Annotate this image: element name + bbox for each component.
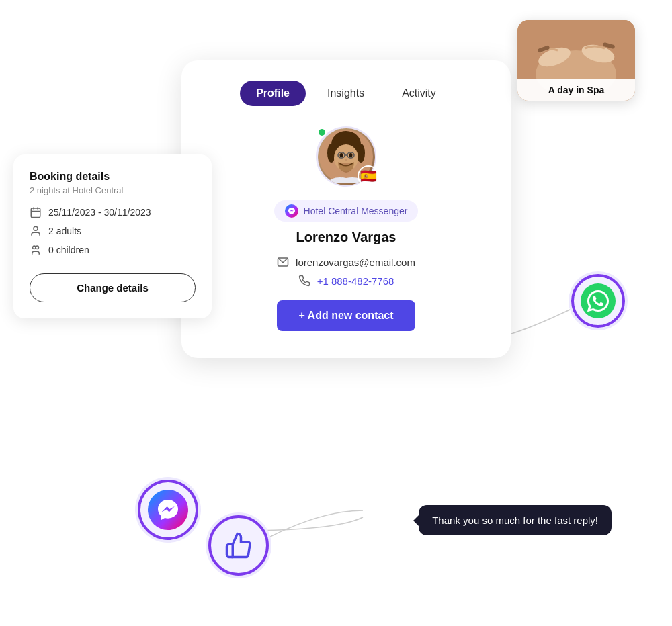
profile-card: Profile Insights Activity (181, 60, 511, 358)
source-label: Hotel Central Messenger (304, 206, 408, 216)
whatsapp-inner (581, 283, 616, 318)
avatar-section: 🇪🇸 (208, 126, 484, 187)
whatsapp-icon (587, 290, 609, 312)
booking-children-row: 0 children (30, 244, 196, 256)
booking-card: Booking details 2 nights at Hotel Centra… (13, 154, 212, 318)
tab-insights[interactable]: Insights (311, 81, 380, 106)
svg-point-5 (340, 153, 343, 157)
source-badge: Hotel Central Messenger (274, 200, 419, 222)
svg-point-6 (349, 153, 353, 157)
tab-profile[interactable]: Profile (240, 81, 306, 106)
svg-point-16 (34, 226, 38, 230)
add-contact-button[interactable]: + Add new contact (277, 300, 415, 331)
phone-icon (298, 275, 310, 287)
avatar-wrapper: 🇪🇸 (316, 126, 376, 187)
spa-label: A day in Spa (517, 79, 635, 101)
thumbsup-button[interactable] (208, 515, 269, 576)
spa-card: A day in Spa (517, 20, 635, 101)
booking-subtitle: 2 nights at Hotel Central (30, 185, 196, 195)
change-details-button[interactable]: Change details (30, 273, 196, 302)
online-indicator (317, 128, 327, 137)
messenger-badge-icon (285, 204, 298, 218)
booking-adults-row: 2 adults (30, 225, 196, 237)
profile-name: Lorenzo Vargas (208, 230, 484, 245)
email-row: lorenzovargas@email.com (208, 256, 484, 268)
booking-title: Booking details (30, 171, 196, 183)
thank-you-bubble: Thank you so much for the fast reply! (419, 505, 612, 535)
phone-link[interactable]: +1 888-482-7768 (317, 275, 394, 287)
booking-dates-row: 25/11/2023 - 30/11/2023 (30, 206, 196, 218)
children-icon (30, 244, 42, 256)
adults-icon (30, 225, 42, 237)
svg-rect-12 (31, 208, 40, 218)
tab-bar: Profile Insights Activity (208, 81, 484, 106)
svg-point-18 (36, 246, 39, 249)
thumbsup-icon (224, 531, 253, 560)
booking-dates: 25/11/2023 - 30/11/2023 (48, 207, 151, 218)
phone-row: +1 888-482-7768 (208, 275, 484, 287)
email-icon (277, 256, 289, 268)
messenger-icon-large (156, 498, 180, 522)
calendar-icon (30, 206, 42, 218)
messenger-button[interactable] (138, 480, 198, 540)
svg-point-10 (345, 159, 347, 161)
whatsapp-button[interactable] (571, 274, 625, 328)
email-value: lorenzovargas@email.com (296, 257, 415, 268)
booking-children: 0 children (48, 244, 89, 255)
tab-activity[interactable]: Activity (386, 81, 452, 106)
booking-adults: 2 adults (48, 226, 81, 236)
thank-you-text: Thank you so much for the fast reply! (432, 515, 598, 526)
flag-badge: 🇪🇸 (358, 165, 379, 187)
messenger-inner (148, 490, 188, 530)
